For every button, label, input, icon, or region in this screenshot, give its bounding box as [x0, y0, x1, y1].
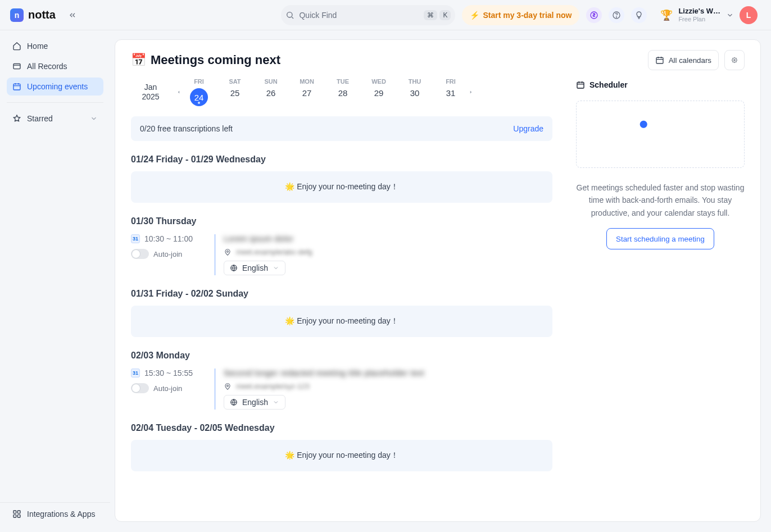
star-icon — [12, 114, 21, 123]
user-meta: Lizzie's W… Free Plan — [678, 7, 720, 22]
day-number: 25 — [223, 88, 247, 98]
language-select[interactable]: English — [224, 261, 285, 275]
auto-join-label: Auto-join — [153, 384, 182, 393]
location-icon — [224, 248, 232, 256]
meeting-location: meet.example/abc-defg — [236, 248, 312, 256]
user-plan: Free Plan — [678, 16, 720, 22]
day-of-week: THU — [403, 78, 427, 85]
scheduler-description: Get meetings scheduled faster and stop w… — [576, 181, 745, 219]
account-menu[interactable]: 🏆 Lizzie's W… Free Plan L — [654, 5, 762, 25]
search-shortcut: ⌘K — [424, 10, 451, 20]
day-cell[interactable]: TUE28 — [331, 78, 355, 106]
calendar-icon — [655, 56, 664, 65]
sidebar-item-all-records[interactable]: All Records — [7, 57, 103, 75]
upgrade-link[interactable]: Upgrade — [513, 124, 543, 133]
collapse-sidebar-icon[interactable] — [65, 7, 80, 23]
svg-point-14 — [227, 385, 229, 387]
help-icon[interactable] — [609, 7, 624, 23]
day-cell[interactable]: THU30 — [403, 78, 427, 106]
day-number: 27 — [295, 88, 319, 98]
svg-point-12 — [227, 251, 229, 252]
sidebar-item-label: Home — [27, 42, 48, 51]
bolt-icon: ⚡ — [470, 11, 479, 20]
start-scheduling-button[interactable]: Start scheduling a meeting — [606, 228, 714, 249]
day-of-week: SAT — [223, 78, 247, 85]
day-cell[interactable]: SUN26 — [259, 78, 283, 106]
sidebar-item-label: All Records — [27, 62, 67, 71]
no-meeting-banner: 🌟 Enjoy your no-meeting day！ — [131, 440, 552, 471]
day-number: 26 — [259, 88, 283, 98]
meeting-row[interactable]: 3115:30 ~ 15:55Auto-joinSecond longer re… — [131, 369, 552, 410]
svg-point-11 — [734, 60, 736, 61]
google-calendar-icon: 31 — [131, 369, 140, 378]
chevron-down-icon — [273, 399, 279, 406]
logo[interactable]: n notta — [10, 8, 56, 22]
meeting-location: meet.example/xyz-123 — [236, 382, 310, 390]
day-cell[interactable]: SAT25 — [223, 78, 247, 106]
credits-icon[interactable] — [586, 7, 602, 23]
date-range-heading: 02/04 Tuesday - 02/05 Wednesday — [131, 423, 552, 433]
globe-icon — [230, 264, 238, 272]
gear-icon — [732, 56, 737, 65]
meeting-row[interactable]: 3110:30 ~ 11:00Auto-joinLorem ipsum dolo… — [131, 234, 552, 275]
calendar-icon — [576, 80, 585, 89]
no-meeting-banner: 🌟 Enjoy your no-meeting day！ — [131, 171, 552, 203]
svg-rect-9 — [17, 515, 20, 517]
day-cell[interactable]: FRI31 — [439, 78, 462, 106]
day-of-week: FRI — [187, 78, 211, 85]
home-icon — [12, 42, 21, 51]
sidebar-item-label: Starred — [27, 114, 53, 123]
meeting-title: Second longer redacted meeting title pla… — [224, 369, 552, 378]
records-icon — [12, 62, 21, 71]
sidebar-item-upcoming-events[interactable]: Upcoming events — [7, 78, 103, 96]
start-trial-button[interactable]: ⚡ Start my 3-day trial now — [462, 5, 579, 25]
day-number: 30 — [403, 88, 427, 98]
auto-join-label: Auto-join — [153, 250, 182, 258]
month-year: Jan 2025 — [131, 83, 170, 102]
avatar[interactable]: L — [740, 6, 758, 24]
day-number: 24 — [190, 88, 208, 106]
meeting-time: 3110:30 ~ 11:00 — [131, 234, 204, 243]
no-meeting-banner: 🌟 Enjoy your no-meeting day！ — [131, 306, 552, 337]
apps-icon — [12, 510, 21, 519]
svg-rect-16 — [577, 82, 584, 88]
chevron-down-icon — [273, 265, 279, 271]
sidebar: Home All Records Upcoming events Starred — [0, 30, 110, 532]
google-calendar-icon: 31 — [131, 234, 140, 243]
settings-button[interactable] — [724, 50, 745, 70]
day-of-week: WED — [367, 78, 391, 85]
sidebar-item-home[interactable]: Home — [7, 37, 103, 55]
svg-rect-6 — [13, 511, 16, 513]
hint-icon[interactable] — [631, 7, 647, 23]
language-select[interactable]: English — [224, 395, 285, 410]
search-icon — [285, 11, 294, 20]
sidebar-item-starred[interactable]: Starred — [7, 110, 103, 128]
all-calendars-label: All calendars — [669, 56, 711, 65]
page-title: 📅 Meetings coming next — [131, 53, 280, 67]
auto-join-toggle[interactable] — [131, 383, 149, 393]
brand-name: notta — [28, 8, 56, 21]
user-name: Lizzie's W… — [678, 7, 720, 15]
day-cell[interactable]: MON27 — [295, 78, 319, 106]
meeting-title: Lorem ipsum dolor — [224, 234, 552, 243]
trophy-icon: 🏆 — [660, 9, 673, 21]
svg-rect-10 — [656, 57, 663, 63]
meeting-time: 3115:30 ~ 15:55 — [131, 369, 204, 378]
language-label: English — [242, 263, 268, 272]
sidebar-item-integrations[interactable]: Integrations & Apps — [0, 502, 110, 525]
svg-rect-8 — [13, 515, 16, 517]
calendar-emoji-icon: 📅 — [131, 53, 146, 67]
date-range-heading: 01/24 Friday - 01/29 Wednesday — [131, 154, 552, 165]
day-cell[interactable]: WED29 — [367, 78, 391, 106]
day-cell[interactable]: FRI24 — [187, 78, 211, 106]
topbar: n notta Quick Find ⌘K ⚡ Start my 3-day t… — [0, 0, 771, 30]
globe-icon — [230, 398, 238, 406]
next-week-button[interactable] — [465, 81, 477, 103]
svg-point-3 — [616, 16, 617, 17]
search-input[interactable]: Quick Find ⌘K — [281, 5, 455, 25]
auto-join-toggle[interactable] — [131, 249, 149, 259]
prev-week-button[interactable] — [173, 81, 185, 103]
svg-rect-7 — [17, 511, 20, 513]
day-of-week: SUN — [259, 78, 283, 85]
all-calendars-button[interactable]: All calendars — [648, 50, 719, 70]
